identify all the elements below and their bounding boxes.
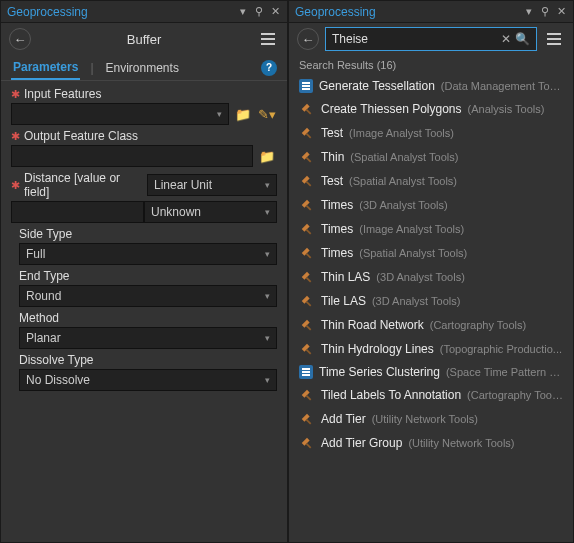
result-name: Add Tier: [321, 412, 366, 426]
hammer-icon: [299, 387, 315, 403]
tool-title: Buffer: [31, 32, 257, 47]
dropdown-icon[interactable]: ▾: [235, 4, 251, 20]
hammer-icon: [299, 269, 315, 285]
result-name: Time Series Clustering: [319, 365, 440, 379]
result-item[interactable]: Time Series Clustering(Space Time Patter…: [289, 361, 573, 383]
field-input-features: ✱Input Features 📁 ✎▾: [11, 87, 277, 125]
result-name: Add Tier Group: [321, 436, 402, 450]
result-item[interactable]: Times(3D Analyst Tools): [289, 193, 573, 217]
result-item[interactable]: Test(Image Analyst Tools): [289, 121, 573, 145]
result-category: (Image Analyst Tools): [359, 223, 464, 235]
close-icon[interactable]: ✕: [553, 4, 569, 20]
result-category: (3D Analyst Tools): [372, 295, 460, 307]
distance-mode-combo[interactable]: Linear Unit: [147, 174, 277, 196]
panel-title: Geoprocessing: [5, 5, 235, 19]
hammer-icon: [299, 245, 315, 261]
results-header: Search Results (16): [289, 55, 573, 75]
field-distance: ✱ Distance [value or field] Linear Unit …: [11, 171, 277, 223]
result-item[interactable]: Tile LAS(3D Analyst Tools): [289, 289, 573, 313]
hammer-icon: [299, 435, 315, 451]
method-combo[interactable]: Planar: [19, 327, 277, 349]
result-item[interactable]: Times(Spatial Analyst Tools): [289, 241, 573, 265]
pin-icon[interactable]: ⚲: [251, 4, 267, 20]
back-button[interactable]: ←: [297, 28, 319, 50]
label: Method: [19, 311, 277, 325]
menu-button[interactable]: [257, 28, 279, 50]
search-row: ← ✕ 🔍: [289, 23, 573, 55]
result-name: Times: [321, 222, 353, 236]
result-category: (Cartography Tools): [467, 389, 563, 401]
pin-icon[interactable]: ⚲: [537, 4, 553, 20]
result-name: Tile LAS: [321, 294, 366, 308]
hammer-icon: [299, 173, 315, 189]
label: Distance [value or field]: [24, 171, 147, 199]
output-fc-input[interactable]: [11, 145, 253, 167]
result-category: (Topographic Productio...: [440, 343, 562, 355]
result-category: (3D Analyst Tools): [376, 271, 464, 283]
dropdown-icon[interactable]: ▾: [521, 4, 537, 20]
field-dissolve-type: Dissolve Type No Dissolve: [19, 353, 277, 391]
search-box[interactable]: ✕ 🔍: [325, 27, 537, 51]
browse-icon[interactable]: 📁: [257, 146, 277, 166]
tabs: Parameters | Environments ?: [1, 55, 287, 81]
result-item[interactable]: Generate Tessellation(Data Management To…: [289, 75, 573, 97]
menu-button[interactable]: [543, 28, 565, 50]
edit-icon[interactable]: ✎▾: [257, 104, 277, 124]
search-input[interactable]: [332, 32, 501, 46]
result-category: (Data Management Tools): [441, 80, 563, 92]
help-icon[interactable]: ?: [261, 60, 277, 76]
svg-rect-9: [306, 325, 312, 331]
end-type-combo[interactable]: Round: [19, 285, 277, 307]
side-type-combo[interactable]: Full: [19, 243, 277, 265]
required-icon: ✱: [11, 130, 20, 143]
result-category: (Cartography Tools): [430, 319, 526, 331]
distance-value-input[interactable]: [11, 201, 144, 223]
label: Side Type: [19, 227, 277, 241]
clear-icon[interactable]: ✕: [501, 32, 511, 46]
tab-environments[interactable]: Environments: [104, 57, 181, 79]
result-item[interactable]: Tiled Labels To Annotation(Cartography T…: [289, 383, 573, 407]
script-icon: [299, 79, 313, 93]
svg-rect-2: [306, 157, 312, 163]
result-category: (Space Time Pattern Mini...: [446, 366, 563, 378]
browse-icon[interactable]: 📁: [233, 104, 253, 124]
label: Input Features: [24, 87, 101, 101]
result-item[interactable]: Times(Image Analyst Tools): [289, 217, 573, 241]
result-name: Thin Road Network: [321, 318, 424, 332]
result-item[interactable]: Create Thiessen Polygons(Analysis Tools): [289, 97, 573, 121]
svg-rect-0: [306, 109, 312, 115]
search-pane: Geoprocessing ▾ ⚲ ✕ ← ✕ 🔍 Search Results…: [288, 0, 574, 543]
title-bar-left: Geoprocessing ▾ ⚲ ✕: [1, 1, 287, 23]
back-button[interactable]: ←: [9, 28, 31, 50]
result-category: (Analysis Tools): [468, 103, 545, 115]
close-icon[interactable]: ✕: [267, 4, 283, 20]
result-name: Times: [321, 198, 353, 212]
input-features-combo[interactable]: [11, 103, 229, 125]
svg-rect-8: [306, 301, 312, 307]
search-icon[interactable]: 🔍: [515, 32, 530, 46]
hammer-icon: [299, 125, 315, 141]
result-item[interactable]: Thin Road Network(Cartography Tools): [289, 313, 573, 337]
distance-unit-combo[interactable]: Unknown: [144, 201, 277, 223]
result-name: Create Thiessen Polygons: [321, 102, 462, 116]
dissolve-type-combo[interactable]: No Dissolve: [19, 369, 277, 391]
field-side-type: Side Type Full: [19, 227, 277, 265]
result-item[interactable]: Add Tier(Utility Network Tools): [289, 407, 573, 431]
field-output-fc: ✱Output Feature Class 📁: [11, 129, 277, 167]
svg-rect-11: [306, 395, 312, 401]
field-method: Method Planar: [19, 311, 277, 349]
result-category: (Image Analyst Tools): [349, 127, 454, 139]
title-bar-right: Geoprocessing ▾ ⚲ ✕: [289, 1, 573, 23]
result-item[interactable]: Test(Spatial Analyst Tools): [289, 169, 573, 193]
result-name: Thin: [321, 150, 344, 164]
result-item[interactable]: Thin(Spatial Analyst Tools): [289, 145, 573, 169]
parameters-form: ✱Input Features 📁 ✎▾ ✱Output Feature Cla…: [1, 81, 287, 401]
result-item[interactable]: Thin Hydrology Lines(Topographic Product…: [289, 337, 573, 361]
result-category: (Utility Network Tools): [372, 413, 478, 425]
tab-parameters[interactable]: Parameters: [11, 56, 80, 80]
label: Output Feature Class: [24, 129, 138, 143]
hammer-icon: [299, 411, 315, 427]
result-item[interactable]: Thin LAS(3D Analyst Tools): [289, 265, 573, 289]
result-item[interactable]: Add Tier Group(Utility Network Tools): [289, 431, 573, 455]
svg-rect-7: [306, 277, 312, 283]
